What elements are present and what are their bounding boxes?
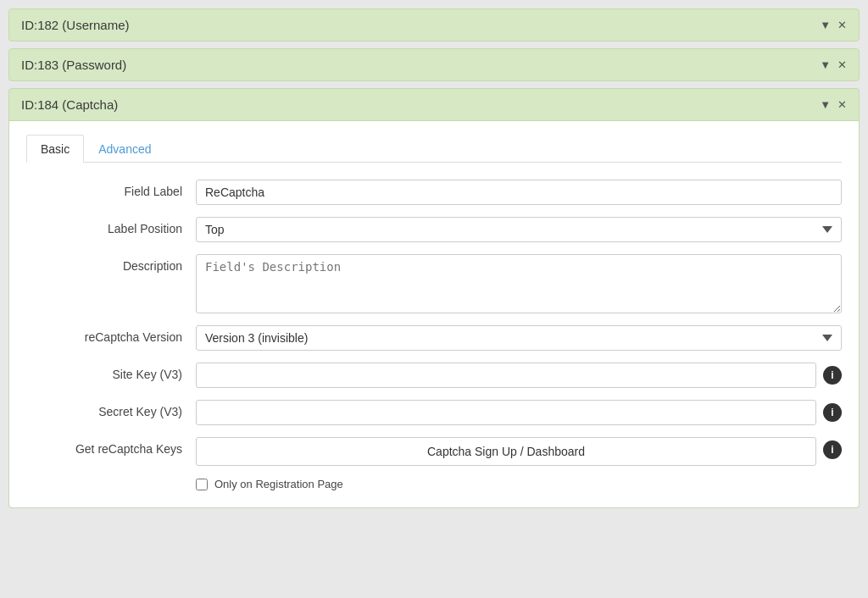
secret-key-info-icon[interactable]: i bbox=[823, 403, 842, 422]
recaptcha-version-label: reCaptcha Version bbox=[26, 325, 196, 344]
field-label-row: Field Label bbox=[26, 180, 842, 205]
close-icon-182[interactable]: ✕ bbox=[837, 19, 847, 30]
close-icon-184[interactable]: ✕ bbox=[837, 99, 847, 110]
recaptcha-version-select-wrap: Version 2 (checkbox) Version 2 (invisibl… bbox=[196, 325, 842, 351]
accordion-header-184[interactable]: ID:184 (Captcha) ▼ ✕ bbox=[9, 89, 859, 120]
accordion-controls-184: ▼ ✕ bbox=[820, 99, 847, 110]
get-keys-label: Get reCaptcha Keys bbox=[26, 437, 196, 456]
only-registration-label[interactable]: Only on Registration Page bbox=[214, 478, 343, 490]
label-position-label: Label Position bbox=[26, 217, 196, 235]
field-label-label: Field Label bbox=[26, 180, 196, 198]
field-label-input[interactable] bbox=[196, 180, 842, 205]
label-position-row: Label Position Top Bottom Left Right Hid… bbox=[26, 217, 842, 242]
site-key-row: Site Key (V3) i bbox=[26, 363, 842, 388]
accordion-header-182[interactable]: ID:182 (Username) ▼ ✕ bbox=[9, 9, 859, 41]
field-label-control bbox=[196, 180, 842, 205]
description-control bbox=[196, 254, 842, 313]
site-key-label: Site Key (V3) bbox=[26, 363, 196, 381]
recaptcha-version-select[interactable]: Version 2 (checkbox) Version 2 (invisibl… bbox=[196, 325, 842, 351]
only-registration-row: Only on Registration Page bbox=[26, 478, 842, 490]
secret-key-control: i bbox=[196, 400, 842, 425]
accordion-controls-182: ▼ ✕ bbox=[820, 19, 847, 30]
description-row: Description bbox=[26, 254, 842, 313]
tab-bar: Basic Advanced bbox=[26, 135, 842, 163]
description-label: Description bbox=[26, 254, 196, 273]
secret-key-row: Secret Key (V3) i bbox=[26, 400, 842, 425]
site-key-input[interactable] bbox=[196, 363, 816, 388]
chevron-down-icon-182[interactable]: ▼ bbox=[820, 19, 831, 30]
secret-key-label: Secret Key (V3) bbox=[26, 400, 196, 418]
accordion-header-183[interactable]: ID:183 (Password) ▼ ✕ bbox=[9, 49, 859, 80]
get-keys-row: Get reCaptcha Keys Captcha Sign Up / Das… bbox=[26, 437, 842, 466]
tab-advanced[interactable]: Advanced bbox=[84, 135, 165, 163]
accordion-item-182: ID:182 (Username) ▼ ✕ bbox=[8, 8, 860, 42]
accordion-controls-183: ▼ ✕ bbox=[820, 59, 847, 70]
accordion-item-183: ID:183 (Password) ▼ ✕ bbox=[8, 48, 860, 81]
tab-basic[interactable]: Basic bbox=[26, 135, 84, 163]
recaptcha-version-control: Version 2 (checkbox) Version 2 (invisibl… bbox=[196, 325, 842, 351]
captcha-signup-button[interactable]: Captcha Sign Up / Dashboard bbox=[196, 437, 816, 466]
accordion-title-183: ID:183 (Password) bbox=[21, 58, 126, 72]
label-position-select[interactable]: Top Bottom Left Right Hidden bbox=[196, 217, 842, 242]
label-position-select-wrap: Top Bottom Left Right Hidden bbox=[196, 217, 842, 242]
close-icon-183[interactable]: ✕ bbox=[837, 59, 847, 70]
accordion-body-184: Basic Advanced Field Label Label Positio… bbox=[9, 120, 859, 507]
chevron-down-icon-183[interactable]: ▼ bbox=[820, 59, 831, 70]
get-keys-control: Captcha Sign Up / Dashboard i bbox=[196, 437, 842, 466]
recaptcha-version-row: reCaptcha Version Version 2 (checkbox) V… bbox=[26, 325, 842, 351]
site-key-info-icon[interactable]: i bbox=[823, 366, 842, 385]
chevron-down-icon-184[interactable]: ▼ bbox=[820, 99, 831, 110]
accordion-title-184: ID:184 (Captcha) bbox=[21, 97, 118, 112]
accordion-item-184: ID:184 (Captcha) ▼ ✕ Basic Advanced Fiel… bbox=[8, 88, 860, 508]
get-keys-info-icon[interactable]: i bbox=[823, 440, 842, 459]
secret-key-input[interactable] bbox=[196, 400, 816, 425]
only-registration-checkbox[interactable] bbox=[196, 479, 208, 490]
site-key-control: i bbox=[196, 363, 842, 388]
label-position-control: Top Bottom Left Right Hidden bbox=[196, 217, 842, 242]
accordion-title-182: ID:182 (Username) bbox=[21, 18, 130, 32]
description-textarea[interactable] bbox=[196, 254, 842, 313]
